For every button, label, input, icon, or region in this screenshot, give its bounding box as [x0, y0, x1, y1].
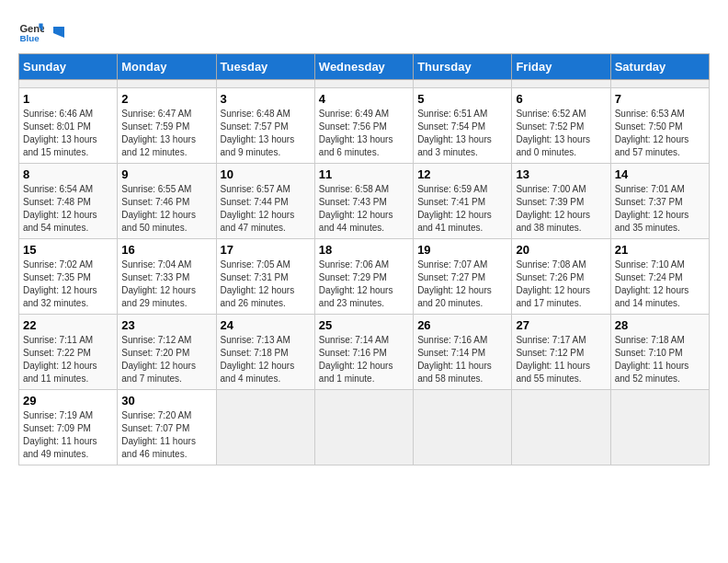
day-cell [610, 80, 709, 88]
day-cell: 23Sunrise: 7:12 AM Sunset: 7:20 PM Dayli… [118, 315, 216, 390]
day-cell [414, 390, 512, 465]
week-row-0 [19, 80, 710, 88]
calendar-table: SundayMondayTuesdayWednesdayThursdayFrid… [18, 53, 710, 465]
day-cell: 14Sunrise: 7:01 AM Sunset: 7:37 PM Dayli… [610, 164, 709, 239]
day-number: 16 [121, 243, 211, 257]
day-number: 6 [516, 92, 606, 106]
day-number: 14 [615, 167, 705, 181]
weekday-header-row: SundayMondayTuesdayWednesdayThursdayFrid… [19, 54, 710, 80]
day-number: 21 [615, 243, 705, 257]
day-info: Sunrise: 7:17 AM Sunset: 7:12 PM Dayligh… [516, 334, 606, 385]
day-number: 19 [417, 243, 507, 257]
day-number: 12 [417, 167, 507, 181]
day-cell: 22Sunrise: 7:11 AM Sunset: 7:22 PM Dayli… [19, 315, 118, 390]
day-cell [512, 80, 610, 88]
day-cell [414, 80, 512, 88]
day-cell: 16Sunrise: 7:04 AM Sunset: 7:33 PM Dayli… [118, 239, 216, 315]
day-cell: 17Sunrise: 7:05 AM Sunset: 7:31 PM Dayli… [216, 239, 314, 315]
day-info: Sunrise: 6:51 AM Sunset: 7:54 PM Dayligh… [417, 108, 507, 159]
day-info: Sunrise: 6:54 AM Sunset: 7:48 PM Dayligh… [23, 183, 113, 235]
week-row-4: 22Sunrise: 7:11 AM Sunset: 7:22 PM Dayli… [19, 315, 710, 390]
logo-icon: General Blue [18, 18, 44, 44]
day-cell: 11Sunrise: 6:58 AM Sunset: 7:43 PM Dayli… [314, 164, 413, 239]
day-cell: 4Sunrise: 6:49 AM Sunset: 7:56 PM Daylig… [314, 88, 413, 164]
day-info: Sunrise: 7:14 AM Sunset: 7:16 PM Dayligh… [319, 334, 409, 385]
day-info: Sunrise: 6:55 AM Sunset: 7:46 PM Dayligh… [121, 183, 211, 235]
day-cell: 3Sunrise: 6:48 AM Sunset: 7:57 PM Daylig… [216, 88, 314, 164]
weekday-header-saturday: Saturday [610, 54, 709, 80]
weekday-header-monday: Monday [118, 54, 216, 80]
day-number: 11 [319, 167, 409, 181]
day-cell: 21Sunrise: 7:10 AM Sunset: 7:24 PM Dayli… [610, 239, 709, 315]
day-info: Sunrise: 7:12 AM Sunset: 7:20 PM Dayligh… [121, 334, 211, 385]
day-number: 24 [221, 318, 311, 332]
day-cell: 25Sunrise: 7:14 AM Sunset: 7:16 PM Dayli… [314, 315, 413, 390]
day-cell: 27Sunrise: 7:17 AM Sunset: 7:12 PM Dayli… [512, 315, 610, 390]
day-info: Sunrise: 6:47 AM Sunset: 7:59 PM Dayligh… [121, 108, 211, 159]
day-number: 26 [417, 318, 507, 332]
day-info: Sunrise: 6:52 AM Sunset: 7:52 PM Dayligh… [516, 108, 606, 159]
day-cell [610, 390, 709, 465]
week-row-3: 15Sunrise: 7:02 AM Sunset: 7:35 PM Dayli… [19, 239, 710, 315]
day-info: Sunrise: 7:20 AM Sunset: 7:07 PM Dayligh… [121, 409, 211, 461]
day-info: Sunrise: 6:53 AM Sunset: 7:50 PM Dayligh… [615, 108, 705, 159]
day-cell: 28Sunrise: 7:18 AM Sunset: 7:10 PM Dayli… [610, 315, 709, 390]
day-cell: 8Sunrise: 6:54 AM Sunset: 7:48 PM Daylig… [19, 164, 118, 239]
day-cell: 26Sunrise: 7:16 AM Sunset: 7:14 PM Dayli… [414, 315, 512, 390]
day-info: Sunrise: 6:59 AM Sunset: 7:41 PM Dayligh… [417, 183, 507, 235]
day-number: 20 [516, 243, 606, 257]
day-info: Sunrise: 7:04 AM Sunset: 7:33 PM Dayligh… [121, 259, 211, 310]
day-cell: 24Sunrise: 7:13 AM Sunset: 7:18 PM Dayli… [216, 315, 314, 390]
day-number: 13 [516, 167, 606, 181]
day-cell [314, 390, 413, 465]
svg-marker-3 [53, 27, 64, 38]
day-number: 29 [23, 394, 113, 408]
week-row-5: 29Sunrise: 7:19 AM Sunset: 7:09 PM Dayli… [19, 390, 710, 465]
logo: General Blue [18, 18, 66, 44]
day-cell: 18Sunrise: 7:06 AM Sunset: 7:29 PM Dayli… [314, 239, 413, 315]
day-cell [216, 390, 314, 465]
day-number: 7 [615, 92, 705, 106]
day-cell: 29Sunrise: 7:19 AM Sunset: 7:09 PM Dayli… [19, 390, 118, 465]
day-info: Sunrise: 7:00 AM Sunset: 7:39 PM Dayligh… [516, 183, 606, 235]
day-info: Sunrise: 7:19 AM Sunset: 7:09 PM Dayligh… [23, 409, 113, 461]
day-info: Sunrise: 6:48 AM Sunset: 7:57 PM Dayligh… [221, 108, 311, 159]
day-info: Sunrise: 7:11 AM Sunset: 7:22 PM Dayligh… [23, 334, 113, 385]
day-cell [216, 80, 314, 88]
day-number: 15 [23, 243, 113, 257]
day-number: 30 [121, 394, 211, 408]
day-info: Sunrise: 6:58 AM Sunset: 7:43 PM Dayligh… [319, 183, 409, 235]
day-number: 9 [121, 167, 211, 181]
day-number: 28 [615, 318, 705, 332]
day-info: Sunrise: 7:02 AM Sunset: 7:35 PM Dayligh… [23, 259, 113, 310]
logo-triangle-icon [50, 25, 66, 41]
day-number: 1 [23, 92, 113, 106]
weekday-header-friday: Friday [512, 54, 610, 80]
weekday-header-thursday: Thursday [414, 54, 512, 80]
day-cell: 30Sunrise: 7:20 AM Sunset: 7:07 PM Dayli… [118, 390, 216, 465]
day-info: Sunrise: 7:18 AM Sunset: 7:10 PM Dayligh… [615, 334, 705, 385]
day-number: 17 [221, 243, 311, 257]
weekday-header-tuesday: Tuesday [216, 54, 314, 80]
day-info: Sunrise: 7:07 AM Sunset: 7:27 PM Dayligh… [417, 259, 507, 310]
day-info: Sunrise: 6:57 AM Sunset: 7:44 PM Dayligh… [221, 183, 311, 235]
day-cell [118, 80, 216, 88]
day-info: Sunrise: 7:05 AM Sunset: 7:31 PM Dayligh… [221, 259, 311, 310]
day-cell: 19Sunrise: 7:07 AM Sunset: 7:27 PM Dayli… [414, 239, 512, 315]
day-number: 23 [121, 318, 211, 332]
day-info: Sunrise: 6:46 AM Sunset: 8:01 PM Dayligh… [23, 108, 113, 159]
day-info: Sunrise: 7:01 AM Sunset: 7:37 PM Dayligh… [615, 183, 705, 235]
day-info: Sunrise: 6:49 AM Sunset: 7:56 PM Dayligh… [319, 108, 409, 159]
day-cell: 10Sunrise: 6:57 AM Sunset: 7:44 PM Dayli… [216, 164, 314, 239]
header: General Blue [18, 18, 710, 44]
day-number: 25 [319, 318, 409, 332]
day-info: Sunrise: 7:08 AM Sunset: 7:26 PM Dayligh… [516, 259, 606, 310]
weekday-header-wednesday: Wednesday [314, 54, 413, 80]
day-cell: 20Sunrise: 7:08 AM Sunset: 7:26 PM Dayli… [512, 239, 610, 315]
day-info: Sunrise: 7:16 AM Sunset: 7:14 PM Dayligh… [417, 334, 507, 385]
day-cell: 13Sunrise: 7:00 AM Sunset: 7:39 PM Dayli… [512, 164, 610, 239]
day-cell: 12Sunrise: 6:59 AM Sunset: 7:41 PM Dayli… [414, 164, 512, 239]
day-info: Sunrise: 7:10 AM Sunset: 7:24 PM Dayligh… [615, 259, 705, 310]
day-cell [512, 390, 610, 465]
svg-text:Blue: Blue [19, 33, 40, 43]
